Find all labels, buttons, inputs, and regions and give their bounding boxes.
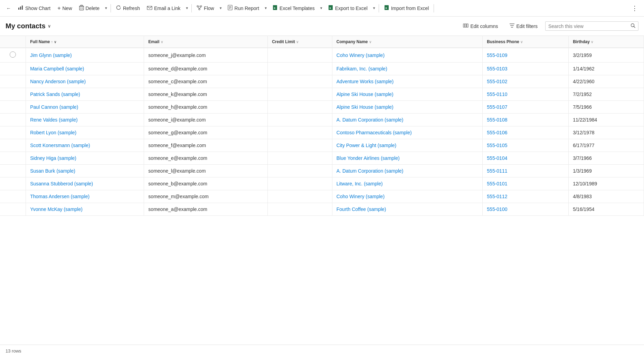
- birthday-filter-icon: ∨: [591, 40, 593, 44]
- cell-full-name[interactable]: Jim Glynn (sample): [26, 48, 144, 62]
- email-link-label: Email a Link: [154, 6, 180, 11]
- col-email[interactable]: Email ∨: [144, 36, 268, 48]
- row-checkbox-cell: [0, 48, 26, 62]
- cell-company-name[interactable]: A. Datum Corporation (sample): [332, 114, 483, 126]
- delete-label: Delete: [86, 6, 100, 11]
- col-birthday[interactable]: Birthday ∨: [569, 36, 644, 48]
- refresh-button[interactable]: Refresh: [112, 3, 143, 13]
- new-button[interactable]: + New: [54, 3, 75, 13]
- cell-full-name[interactable]: Susanna Stubberod (sample): [26, 177, 144, 190]
- col-checkbox: [0, 36, 26, 48]
- cell-credit-limit: [268, 126, 332, 139]
- email-link-button[interactable]: Email a Link: [143, 3, 184, 13]
- cell-business-phone[interactable]: 555-0107: [483, 101, 569, 114]
- delete-dropdown[interactable]: ▼: [103, 4, 109, 12]
- more-options-button[interactable]: ⋮: [628, 2, 641, 14]
- cell-email: someone_d@example.com: [144, 62, 268, 75]
- cell-company-name[interactable]: Coho Winery (sample): [332, 190, 483, 203]
- page-title[interactable]: My contacts ∨: [6, 22, 51, 30]
- cell-full-name[interactable]: Scott Konersmann (sample): [26, 139, 144, 152]
- search-input[interactable]: [548, 23, 628, 29]
- toolbar: ← Show Chart + New Delete ▼: [0, 0, 644, 17]
- cell-business-phone[interactable]: 555-0100: [483, 203, 569, 216]
- table-header: Full Name ↑ ∨ Email ∨ Credit Limit ∨ Com…: [0, 36, 644, 48]
- cell-email: someone_j@example.com: [144, 48, 268, 62]
- export-dropdown[interactable]: ▼: [371, 4, 377, 12]
- contacts-table-container: Full Name ↑ ∨ Email ∨ Credit Limit ∨ Com…: [0, 36, 644, 216]
- search-box[interactable]: [545, 21, 638, 31]
- edit-columns-button[interactable]: Edit columns: [460, 21, 501, 31]
- cell-full-name[interactable]: Paul Cannon (sample): [26, 101, 144, 114]
- contacts-table: Full Name ↑ ∨ Email ∨ Credit Limit ∨ Com…: [0, 36, 644, 216]
- cell-full-name[interactable]: Sidney Higa (sample): [26, 152, 144, 165]
- cell-company-name[interactable]: Contoso Pharmaceuticals (sample): [332, 126, 483, 139]
- cell-company-name[interactable]: Litware, Inc. (sample): [332, 177, 483, 190]
- svg-rect-3: [79, 6, 84, 10]
- email-link-dropdown[interactable]: ▼: [184, 4, 190, 12]
- col-full-name[interactable]: Full Name ↑ ∨: [26, 36, 144, 48]
- run-report-dropdown[interactable]: ▼: [263, 4, 269, 12]
- cell-full-name[interactable]: Maria Campbell (sample): [26, 62, 144, 75]
- edit-filters-button[interactable]: Edit filters: [506, 21, 541, 31]
- run-report-button[interactable]: Run Report: [224, 3, 263, 13]
- cell-birthday: 12/10/1989: [569, 177, 644, 190]
- cell-credit-limit: [268, 139, 332, 152]
- row-checkbox[interactable]: [10, 51, 16, 58]
- cell-business-phone[interactable]: 555-0101: [483, 177, 569, 190]
- cell-business-phone[interactable]: 555-0102: [483, 75, 569, 88]
- svg-point-11: [199, 9, 200, 10]
- svg-rect-2: [22, 6, 23, 10]
- cell-email: someone_c@example.com: [144, 75, 268, 88]
- cell-full-name[interactable]: Nancy Anderson (sample): [26, 75, 144, 88]
- cell-company-name[interactable]: Blue Yonder Airlines (sample): [332, 152, 483, 165]
- cell-full-name[interactable]: Patrick Sands (sample): [26, 88, 144, 101]
- svg-rect-25: [463, 24, 465, 27]
- flow-dropdown[interactable]: ▼: [218, 4, 224, 12]
- cell-business-phone[interactable]: 555-0104: [483, 152, 569, 165]
- cell-business-phone[interactable]: 555-0109: [483, 48, 569, 62]
- excel-templates-label: Excel Templates: [280, 6, 315, 11]
- col-company-name[interactable]: Company Name ∨: [332, 36, 483, 48]
- cell-company-name[interactable]: City Power & Light (sample): [332, 139, 483, 152]
- cell-full-name[interactable]: Robert Lyon (sample): [26, 126, 144, 139]
- excel-templates-button[interactable]: X Excel Templates: [269, 3, 318, 13]
- row-checkbox-cell: [0, 101, 26, 114]
- cell-business-phone[interactable]: 555-0112: [483, 190, 569, 203]
- svg-rect-7: [80, 5, 83, 6]
- back-button[interactable]: ←: [3, 3, 15, 13]
- cell-company-name[interactable]: A. Datum Corporation (sample): [332, 165, 483, 177]
- cell-full-name[interactable]: Rene Valdes (sample): [26, 114, 144, 126]
- excel-templates-dropdown[interactable]: ▼: [318, 4, 324, 12]
- delete-button[interactable]: Delete: [76, 3, 103, 13]
- cell-birthday: 7/2/1952: [569, 88, 644, 101]
- cell-company-name[interactable]: Adventure Works (sample): [332, 75, 483, 88]
- import-from-excel-button[interactable]: X Import from Excel: [380, 3, 433, 13]
- cell-full-name[interactable]: Yvonne McKay (sample): [26, 203, 144, 216]
- svg-line-32: [634, 27, 635, 28]
- show-chart-label: Show Chart: [25, 6, 50, 11]
- col-business-phone[interactable]: Business Phone ∨: [483, 36, 569, 48]
- cell-business-phone[interactable]: 555-0103: [483, 62, 569, 75]
- cell-company-name[interactable]: Coho Winery (sample): [332, 48, 483, 62]
- cell-business-phone[interactable]: 555-0106: [483, 126, 569, 139]
- row-checkbox-cell: [0, 126, 26, 139]
- email-icon: [147, 6, 152, 11]
- export-to-excel-button[interactable]: X Export to Excel: [324, 3, 371, 13]
- cell-email: someone_i@example.com: [144, 114, 268, 126]
- row-checkbox-cell: [0, 177, 26, 190]
- cell-company-name[interactable]: Alpine Ski House (sample): [332, 101, 483, 114]
- cell-full-name[interactable]: Susan Burk (sample): [26, 165, 144, 177]
- cell-business-phone[interactable]: 555-0108: [483, 114, 569, 126]
- cell-business-phone[interactable]: 555-0111: [483, 165, 569, 177]
- flow-button[interactable]: Flow: [193, 3, 218, 13]
- email-link-dropdown-icon: ▼: [185, 6, 189, 10]
- show-chart-button[interactable]: Show Chart: [15, 3, 54, 13]
- cell-full-name[interactable]: Thomas Andersen (sample): [26, 190, 144, 203]
- cell-business-phone[interactable]: 555-0105: [483, 139, 569, 152]
- col-credit-limit[interactable]: Credit Limit ∨: [268, 36, 332, 48]
- cell-company-name[interactable]: Fourth Coffee (sample): [332, 203, 483, 216]
- cell-business-phone[interactable]: 555-0110: [483, 88, 569, 101]
- cell-company-name[interactable]: Alpine Ski House (sample): [332, 88, 483, 101]
- cell-company-name[interactable]: Fabrikam, Inc. (sample): [332, 62, 483, 75]
- flow-dropdown-icon: ▼: [219, 6, 222, 10]
